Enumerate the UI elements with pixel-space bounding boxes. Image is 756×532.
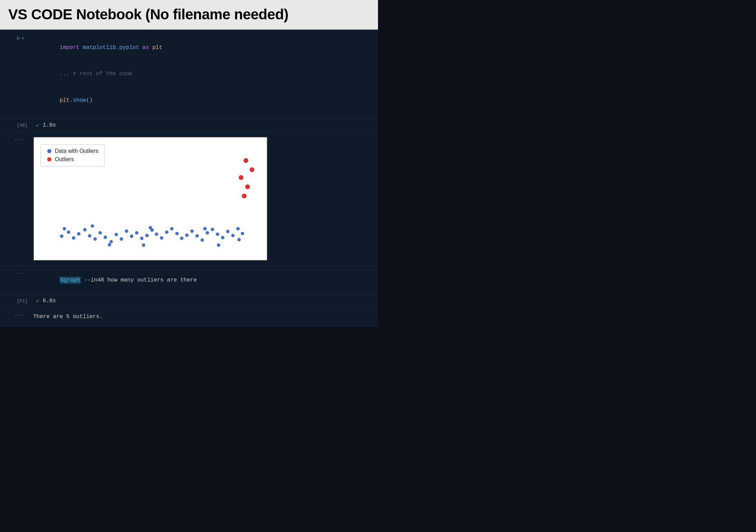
output-gutter-1: ··· [0,132,28,266]
svg-point-22 [170,227,173,230]
page-title: VS CODE Notebook (No filename needed) [8,6,370,23]
svg-point-25 [185,234,189,237]
cmd-highlight: %graph [60,277,81,284]
svg-point-33 [226,230,230,233]
svg-point-28 [200,238,204,242]
ellipsis: ... [60,71,73,77]
svg-point-15 [135,231,139,235]
svg-point-46 [250,167,255,172]
output-dots-1: ··· [14,137,24,143]
svg-point-9 [104,236,107,239]
module-name: matplotlib.pyplot [83,45,139,51]
svg-point-40 [142,244,145,247]
svg-point-4 [77,232,80,236]
svg-point-41 [149,226,152,229]
svg-point-12 [120,237,123,241]
plot-container: Data with Outliers Outliers [33,137,268,261]
svg-point-24 [180,237,183,240]
legend-item-red: Outliers [47,156,98,162]
output-body-1: Data with Outliers Outliers [28,132,378,266]
svg-point-32 [221,236,225,239]
svg-point-31 [216,233,219,236]
code-line-2: ... # rest of the code [33,61,372,88]
command-cell-2: ··· %graph --in48 how many outliers are … [0,266,378,295]
exec-gutter-1: [48] [5,123,32,128]
plt-name: plt [60,97,70,104]
alias-plt: plt [152,45,162,51]
cmd-gutter-2: ··· [0,266,28,294]
output-row-2: ··· There are 5 outliers. [0,307,378,326]
code-line-3: plt.show() [33,88,372,114]
svg-point-27 [196,234,199,238]
svg-point-7 [93,237,97,241]
exec-body-1: ✓ 1.9s [36,122,373,129]
output-body-2: There are 5 outliers. [28,307,378,326]
dot-separator: . [70,97,73,104]
code-cell-1: ▷ ∨ import matplotlib.pyplot as plt ... … [0,30,378,119]
svg-point-36 [241,232,244,235]
svg-point-3 [72,236,76,240]
output-row-1: ··· [0,132,378,266]
svg-point-29 [206,231,209,235]
svg-point-2 [67,230,70,234]
output-gutter-2: ··· [0,307,28,326]
svg-point-47 [239,175,243,180]
cell-number-1: [48] [17,123,28,128]
cmd-body-2: %graph --in48 how many outliers are ther… [28,266,378,294]
svg-point-39 [108,243,111,247]
exec-time-1: 1.9s [43,122,56,128]
svg-point-43 [217,244,220,247]
notebook: ▷ ∨ import matplotlib.pyplot as plt ... … [0,30,378,326]
svg-point-8 [99,231,102,235]
svg-point-5 [83,228,87,231]
exec-result-1: [48] ✓ 1.9s [0,119,378,132]
svg-point-49 [242,194,247,199]
output-dots-2: ··· [14,312,24,318]
parens: () [86,97,93,104]
legend-dot-blue [47,149,51,153]
cell-gutter-1: ▷ ∨ [0,30,28,119]
svg-point-48 [245,185,250,189]
legend-label-red: Outliers [55,156,74,162]
keyword-import: import [60,45,83,51]
svg-point-19 [155,233,158,236]
exec-gutter-2: [51] [5,298,32,304]
svg-point-42 [203,227,207,230]
svg-point-6 [88,234,91,238]
exec-result-2: [51] ✓ 6.8s [0,295,378,307]
show-function: show [73,97,86,104]
legend-dot-red [47,157,51,161]
cell-body-1: import matplotlib.pyplot as plt ... # re… [28,30,378,119]
svg-point-38 [91,225,94,228]
svg-point-37 [63,227,66,230]
code-line-1: import matplotlib.pyplot as plt [33,35,372,61]
cell-number-2: [51] [17,298,28,304]
cmd-dots-2: ··· [16,271,24,276]
svg-point-16 [140,237,143,240]
text-output-2: There are 5 outliers. [33,312,372,321]
plot-inner: Data with Outliers Outliers [34,137,267,260]
header: VS CODE Notebook (No filename needed) [0,0,378,30]
svg-point-10 [109,240,113,244]
svg-point-11 [115,233,118,236]
svg-point-35 [236,227,240,230]
exec-time-2: 6.8s [43,298,56,304]
run-icon-1: ▷ [17,35,20,41]
cmd-line-2[interactable]: %graph --in48 how many outliers are ther… [33,271,372,289]
svg-point-1 [60,235,63,238]
svg-point-26 [190,229,194,233]
svg-point-20 [160,236,163,240]
check-icon-1: ✓ [36,122,39,129]
svg-point-34 [231,234,235,237]
svg-point-14 [130,235,133,238]
svg-point-23 [175,232,179,235]
chevron-icon-1: ∨ [22,36,24,41]
svg-point-17 [145,234,149,237]
comment: # rest of the code [73,71,132,77]
legend-item-blue: Data with Outliers [47,148,98,154]
check-icon-2: ✓ [36,297,39,304]
exec-body-2: ✓ 6.8s [36,297,373,304]
legend-label-blue: Data with Outliers [55,148,98,154]
run-button-1[interactable]: ▷ ∨ [17,35,24,41]
svg-point-44 [237,238,241,242]
